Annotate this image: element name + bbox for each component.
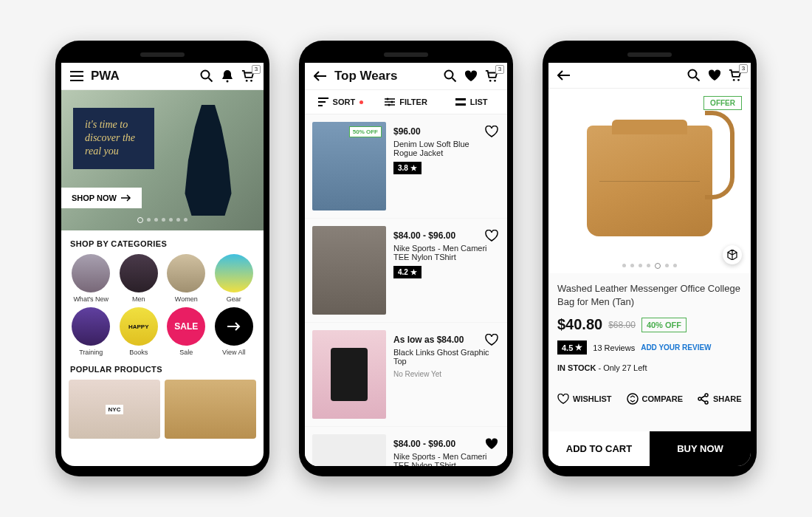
shop-now-button[interactable]: SHOP NOW (61, 188, 142, 208)
svg-point-14 (689, 70, 697, 78)
back-icon[interactable] (314, 69, 327, 83)
filter-label: FILTER (399, 97, 427, 106)
product-image (587, 126, 712, 236)
svg-rect-10 (455, 98, 466, 100)
add-to-cart-button[interactable]: ADD TO CART (548, 431, 650, 466)
sort-icon (318, 97, 328, 106)
svg-rect-11 (455, 103, 466, 106)
cart-icon[interactable]: 3 (729, 69, 742, 82)
heart-icon[interactable] (485, 437, 498, 451)
popular-title: POPULAR PRODUCTS (61, 356, 264, 380)
svg-point-20 (705, 401, 708, 404)
app-title: PWA (91, 69, 193, 83)
discount-badge: 50% OFF (349, 126, 382, 137)
star-icon: ★ (410, 268, 417, 276)
header: 3 (548, 63, 751, 89)
screen-detail: 3 OFFER Washed Leather Messenger Office … (548, 63, 751, 466)
category-training[interactable]: Training (69, 307, 114, 356)
share-icon (698, 393, 709, 405)
hero-banner[interactable]: it's time to discover the real you SHOP … (61, 90, 264, 230)
star-icon: ★ (410, 164, 417, 172)
no-review-label: No Review Yet (393, 370, 492, 378)
offer-badge: OFFER (703, 96, 742, 110)
review-count[interactable]: 13 Reviews (593, 343, 635, 352)
rating-badge: 4.5★ (557, 340, 587, 355)
heart-outline-icon (557, 394, 569, 404)
bell-icon[interactable] (221, 69, 234, 83)
svg-point-2 (246, 80, 248, 82)
cart-count: 3 (739, 64, 748, 73)
svg-point-0 (202, 71, 210, 79)
product-name: Black Links Ghost Graphic Top (393, 348, 492, 366)
arrow-right-icon (121, 194, 131, 202)
screen-home: PWA 3 it's time to discover the real you… (61, 63, 264, 466)
phone-home: PWA 3 it's time to discover the real you… (55, 41, 269, 476)
search-icon[interactable] (200, 69, 213, 83)
page-title: Top Wears (334, 69, 436, 83)
compare-icon (627, 393, 639, 405)
sort-button[interactable]: SORT (308, 97, 374, 106)
screen-listing: Top Wears 3 SORT FILTER (305, 63, 507, 466)
category-view-all[interactable]: View All (212, 307, 257, 356)
product-list: 50% OFF $96.00 Denim Low Soft Blue Rogue… (305, 114, 507, 466)
price: $96.00 (393, 126, 492, 137)
phone-detail: 3 OFFER Washed Leather Messenger Office … (543, 41, 757, 476)
svg-point-7 (387, 98, 389, 100)
search-icon[interactable] (444, 69, 457, 83)
sort-label: SORT (333, 97, 356, 106)
list-toolbar: SORT FILTER LIST (305, 90, 507, 114)
compare-button[interactable]: COMPARE (627, 393, 683, 405)
cart-icon[interactable]: 3 (485, 69, 498, 83)
cart-count: 3 (252, 65, 261, 74)
popular-product-1[interactable]: NYC (69, 380, 160, 439)
heart-icon[interactable] (464, 69, 478, 83)
svg-point-15 (733, 79, 735, 81)
price: $40.80 (557, 316, 602, 333)
popular-product-2[interactable] (165, 380, 256, 439)
product-item[interactable]: 50% OFF $96.00 Denim Low Soft Blue Rogue… (305, 114, 507, 219)
product-item[interactable]: As low as $84.00 Black Links Ghost Graph… (305, 323, 507, 427)
image-pagination[interactable] (622, 264, 677, 269)
svg-point-9 (388, 104, 390, 106)
heart-icon[interactable] (708, 69, 721, 82)
category-sale[interactable]: SALESale (164, 307, 209, 356)
product-item[interactable]: $84.00 - $96.00 Nike Sports - Men Cameri… (305, 427, 507, 466)
shop-now-label: SHOP NOW (72, 194, 117, 202)
list-icon (455, 98, 466, 106)
heart-outline-icon[interactable] (485, 125, 498, 138)
popular-products-row: NYC (61, 380, 264, 439)
product-image-area[interactable]: OFFER (548, 89, 751, 273)
product-item[interactable]: $84.00 - $96.00 Nike Sports - Men Cameri… (305, 219, 507, 323)
add-review-link[interactable]: ADD YOUR REVIEW (641, 343, 711, 352)
category-gear[interactable]: Gear (212, 254, 257, 303)
wishlist-button[interactable]: WISHLIST (557, 393, 612, 405)
buy-now-button[interactable]: BUY NOW (650, 431, 751, 466)
category-books[interactable]: HAPPYBooks (117, 307, 162, 356)
back-icon[interactable] (557, 69, 571, 82)
category-women[interactable]: Women (164, 254, 209, 303)
category-men[interactable]: Men (117, 254, 162, 303)
share-button[interactable]: SHARE (698, 393, 742, 405)
categories-title: SHOP BY CATEGORIES (61, 230, 264, 254)
hero-figure (175, 105, 241, 216)
hero-tagline: it's time to discover the real you (73, 108, 154, 169)
svg-point-3 (250, 80, 252, 82)
header: Top Wears 3 (305, 63, 507, 90)
cart-icon[interactable]: 3 (241, 69, 255, 83)
product-name: Nike Sports - Men Cameri TEE Nylon TShir… (393, 452, 492, 466)
heart-outline-icon[interactable] (485, 333, 498, 346)
arrow-right-icon (215, 307, 253, 346)
search-icon[interactable] (687, 69, 701, 82)
price: As low as $84.00 (393, 335, 492, 345)
filter-button[interactable]: FILTER (374, 97, 439, 106)
cart-count: 3 (495, 65, 504, 74)
hero-pagination[interactable] (137, 218, 187, 223)
price: $84.00 - $96.00 (393, 230, 492, 241)
category-whats-new[interactable]: What's New (69, 254, 114, 303)
3d-view-icon[interactable] (723, 245, 742, 264)
heart-outline-icon[interactable] (485, 229, 498, 242)
svg-point-6 (494, 80, 496, 82)
list-view-button[interactable]: LIST (438, 97, 504, 106)
rating-badge: 4.2★ (393, 266, 422, 278)
menu-icon[interactable] (70, 69, 83, 83)
